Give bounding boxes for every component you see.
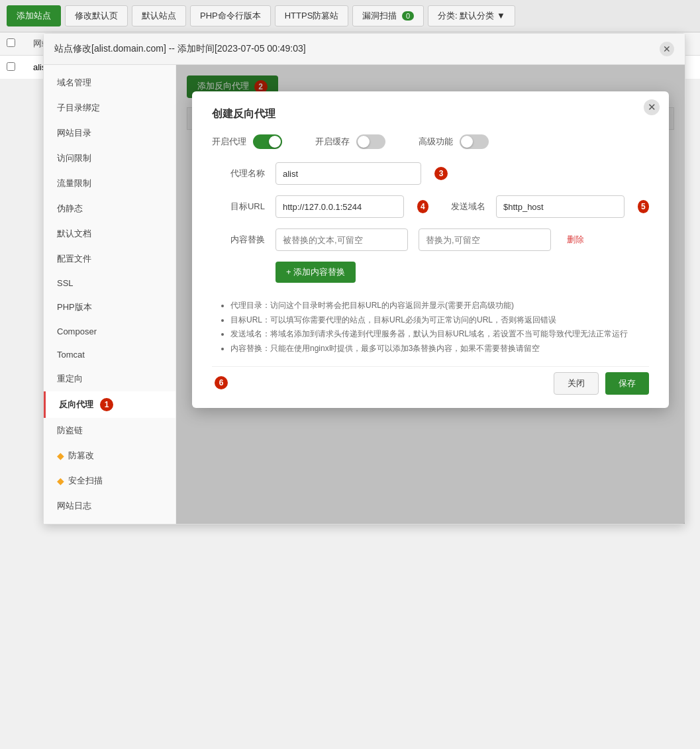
site-panel-body: 域名管理 子目录绑定 网站目录 访问限制 流量限制 伪静态 默认文档 配置文件 … bbox=[44, 65, 685, 524]
toggle-cache-item: 开启缓存 bbox=[315, 134, 385, 149]
add-content-replace-button[interactable]: + 添加内容替换 bbox=[275, 262, 356, 283]
replace-to-input[interactable] bbox=[419, 228, 551, 251]
sidebar-item-label: 网站目录 bbox=[57, 127, 91, 139]
create-proxy-dialog: 创建反向代理 ✕ 开启代理 开启缓存 bbox=[192, 91, 669, 408]
select-all-checkbox[interactable] bbox=[7, 38, 15, 47]
site-panel-header: 站点修改[alist.domain.com] -- 添加时间[2023-07-0… bbox=[44, 34, 685, 65]
sidebar-item-domain[interactable]: 域名管理 bbox=[44, 70, 175, 95]
dialog-close-footer-button[interactable]: 关闭 bbox=[554, 372, 599, 395]
toggle-cache-switch[interactable] bbox=[356, 134, 385, 149]
dialog-close-button[interactable]: ✕ bbox=[644, 99, 660, 115]
vuln-scan-button[interactable]: 漏洞扫描 0 bbox=[352, 5, 424, 26]
content-replace-label: 内容替换 bbox=[212, 234, 265, 246]
sidebar-item-label: 反向代理 bbox=[59, 399, 93, 411]
proxy-name-input[interactable] bbox=[275, 162, 421, 185]
sidebar-item-label: 配置文件 bbox=[57, 253, 91, 265]
sidebar-item-label: 流量限制 bbox=[57, 177, 91, 189]
sidebar-item-label: 伪静态 bbox=[57, 203, 83, 215]
sidebar-item-subdir[interactable]: 子目录绑定 bbox=[44, 95, 175, 121]
row-checkbox[interactable] bbox=[7, 62, 15, 71]
toggle-proxy-switch[interactable] bbox=[253, 134, 282, 149]
info-item-4: 内容替换：只能在使用nginx时提供，最多可以添加3条替换内容，如果不需要替换请… bbox=[230, 342, 649, 356]
sidebar-item-redirect[interactable]: 重定向 bbox=[44, 366, 175, 391]
toggle-advanced-item: 高级功能 bbox=[419, 134, 489, 149]
target-url-row: 目标URL 4 发送域名 5 bbox=[212, 195, 649, 218]
proxy-name-label: 代理名称 bbox=[212, 168, 265, 179]
step-badge-1: 1 bbox=[100, 398, 113, 411]
delete-replace-button[interactable]: 删除 bbox=[567, 234, 584, 246]
sidebar-item-label: Composer bbox=[57, 326, 97, 336]
php-version-button[interactable]: PHP命令行版本 bbox=[190, 5, 271, 26]
info-section: 代理目录：访问这个目录时将会把目标URL的内容返回并显示(需要开启高级功能) 目… bbox=[212, 299, 649, 356]
sidebar-item-pseudo-static[interactable]: 伪静态 bbox=[44, 196, 175, 221]
sidebar-item-composer[interactable]: Composer bbox=[44, 320, 175, 343]
toggle-proxy-item: 开启代理 bbox=[212, 134, 282, 149]
step-badge-4: 4 bbox=[417, 200, 428, 213]
sidebar-item-flow-limit[interactable]: 流量限制 bbox=[44, 171, 175, 196]
sidebar-item-hotlink[interactable]: 防盗链 bbox=[44, 418, 175, 443]
info-item-1: 代理目录：访问这个目录时将会把目标URL的内容返回并显示(需要开启高级功能) bbox=[230, 299, 649, 313]
gem-icon: ◆ bbox=[57, 475, 64, 486]
info-item-3: 发送域名：将域名添加到请求头传递到代理服务器，默认为目标URL域名，若设置不当可… bbox=[230, 327, 649, 342]
gem-icon: ◆ bbox=[57, 450, 64, 461]
sidebar-item-label: 安全扫描 bbox=[68, 475, 103, 487]
sidebar-item-label: 防盗链 bbox=[57, 424, 83, 436]
chevron-down-icon: ▼ bbox=[497, 11, 505, 21]
toggle-row: 开启代理 开启缓存 bbox=[212, 134, 649, 149]
sidebar-item-label: 访问限制 bbox=[57, 152, 91, 164]
sidebar-item-label: 网站日志 bbox=[57, 500, 91, 512]
info-item-2: 目标URL：可以填写你需要代理的站点，目标URL必须为可正常访问的URL，否则将… bbox=[230, 313, 649, 328]
target-url-label: 目标URL bbox=[212, 201, 265, 213]
target-url-input[interactable] bbox=[275, 195, 404, 218]
sidebar-item-site-log[interactable]: 网站日志 bbox=[44, 493, 175, 519]
dialog-save-button[interactable]: 保存 bbox=[605, 372, 649, 395]
site-nav: 域名管理 子目录绑定 网站目录 访问限制 流量限制 伪静态 默认文档 配置文件 … bbox=[44, 65, 176, 524]
sidebar-item-tamper-proof[interactable]: ◆ 防篡改 bbox=[44, 443, 175, 468]
sidebar-item-reverse-proxy[interactable]: 反向代理 1 bbox=[44, 391, 175, 418]
sidebar-item-tomcat[interactable]: Tomcat bbox=[44, 343, 175, 366]
toggle-advanced-label: 高级功能 bbox=[419, 136, 453, 148]
sidebar-item-label: 域名管理 bbox=[57, 77, 91, 89]
main-panel: 添加站点 修改默认页 默认站点 PHP命令行版本 HTTPS防篡站 漏洞扫描 0… bbox=[0, 0, 700, 749]
https-shield-button[interactable]: HTTPS防篡站 bbox=[275, 5, 349, 26]
sidebar-item-access-control[interactable]: 访问限制 bbox=[44, 146, 175, 171]
step-badge-6: 6 bbox=[215, 376, 228, 389]
sidebar-item-config-file[interactable]: 配置文件 bbox=[44, 246, 175, 272]
sidebar-item-label: PHP版本 bbox=[57, 301, 92, 313]
sidebar-item-php-version[interactable]: PHP版本 bbox=[44, 295, 175, 320]
proxy-name-row: 代理名称 3 bbox=[212, 162, 649, 185]
sidebar-item-label: 子目录绑定 bbox=[57, 102, 100, 114]
toolbar: 添加站点 修改默认页 默认站点 PHP命令行版本 HTTPS防篡站 漏洞扫描 0… bbox=[0, 0, 700, 32]
modify-default-button[interactable]: 修改默认页 bbox=[65, 5, 128, 26]
toggle-advanced-switch[interactable] bbox=[460, 134, 489, 149]
site-panel-title: 站点修改[alist.domain.com] -- 添加时间[2023-07-0… bbox=[54, 43, 306, 55]
add-site-button[interactable]: 添加站点 bbox=[7, 5, 61, 26]
site-modification-panel: 站点修改[alist.domain.com] -- 添加时间[2023-07-0… bbox=[43, 33, 685, 524]
toggle-proxy-knob bbox=[269, 136, 281, 148]
sidebar-item-label: 默认文档 bbox=[57, 228, 91, 240]
toggle-cache-knob bbox=[358, 136, 370, 148]
dialog-overlay: 创建反向代理 ✕ 开启代理 开启缓存 bbox=[176, 65, 685, 524]
dialog-footer: 6 关闭 保存 bbox=[212, 366, 649, 395]
step-badge-3: 3 bbox=[434, 167, 448, 180]
site-panel-close-button[interactable]: ✕ bbox=[660, 42, 674, 56]
sidebar-item-security-scan[interactable]: ◆ 安全扫描 bbox=[44, 468, 175, 493]
content-replace-row: 内容替换 删除 bbox=[212, 228, 649, 251]
sidebar-item-ssl[interactable]: SSL bbox=[44, 272, 175, 295]
toggle-proxy-label: 开启代理 bbox=[212, 136, 246, 148]
sidebar-item-label: 防篡改 bbox=[68, 450, 94, 462]
sidebar-item-label: Tomcat bbox=[57, 350, 85, 360]
sidebar-item-label: 重定向 bbox=[57, 373, 83, 385]
send-domain-input[interactable] bbox=[496, 195, 625, 218]
default-site-button[interactable]: 默认站点 bbox=[132, 5, 186, 26]
send-domain-label: 发送域名 bbox=[439, 201, 485, 213]
step-badge-5: 5 bbox=[638, 200, 649, 213]
replace-from-input[interactable] bbox=[275, 228, 408, 251]
site-content-area: 添加反向代理 2 名称 代理目录 目标url 缓存 状态 操作 创建反向代理 bbox=[176, 65, 685, 524]
sidebar-item-website-dir[interactable]: 网站目录 bbox=[44, 121, 175, 146]
dialog-title: 创建反向代理 bbox=[212, 107, 649, 121]
toggle-advanced-knob bbox=[461, 136, 473, 148]
category-select-button[interactable]: 分类: 默认分类 ▼ bbox=[428, 5, 515, 26]
toggle-cache-label: 开启缓存 bbox=[315, 136, 350, 148]
sidebar-item-default-doc[interactable]: 默认文档 bbox=[44, 221, 175, 246]
